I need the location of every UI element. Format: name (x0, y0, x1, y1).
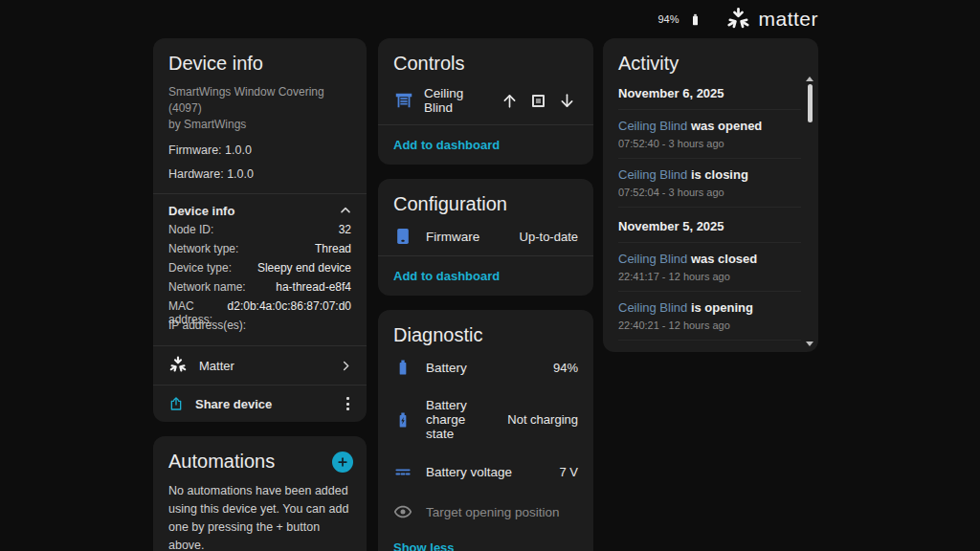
top-status-bar: 94% matter (0, 0, 818, 38)
add-automation-button[interactable] (332, 452, 353, 473)
share-device-label: Share device (195, 397, 331, 411)
overflow-menu-icon[interactable] (343, 395, 353, 412)
configuration-card: Configuration Firmware Up-to-date Add to… (378, 179, 593, 296)
matter-logo-icon (168, 356, 188, 375)
firmware-state: Up-to-date (520, 230, 578, 244)
battery-state: 94% (553, 361, 578, 375)
logbook-entity-link[interactable]: Ceiling Blind (618, 167, 687, 182)
configuration-title: Configuration (378, 179, 593, 215)
diagnostic-title: Diagnostic (378, 310, 593, 346)
automations-card: Automations No automations have been add… (153, 436, 367, 551)
attr-label: Network name: (168, 280, 246, 294)
matter-integration-row[interactable]: Matter (153, 345, 367, 385)
stop-icon (532, 95, 545, 107)
attr-label: Node ID: (168, 223, 213, 236)
attr-value: 32 (339, 223, 351, 236)
cover-close-button[interactable] (556, 90, 578, 112)
logbook-entity-link[interactable]: Ceiling Blind (618, 119, 687, 133)
chevron-right-icon (339, 359, 353, 373)
eye-icon (393, 502, 412, 521)
chevron-up-icon (338, 203, 353, 218)
logbook-timestamp: 07:52:04 - 3 hours ago (618, 187, 801, 198)
battery-voltage-row[interactable]: Battery voltage 7 V (378, 451, 593, 491)
automations-empty-text: No automations have been added using thi… (153, 473, 367, 551)
battery-row[interactable]: Battery 94% (378, 346, 593, 386)
controls-add-to-dashboard-link[interactable]: Add to dashboard (378, 124, 593, 165)
target-opening-position-label: Target opening position (426, 505, 565, 519)
controls-title: Controls (378, 38, 593, 75)
logbook-entity-link[interactable]: Ceiling Blind Battery charge state (618, 349, 771, 352)
device-hardware-version: Hardware: 1.0.0 (153, 157, 367, 181)
battery-icon (393, 358, 412, 377)
attr-row-mac-address: MAC address: d2:0b:4a:0c:86:87:07:d0 (153, 299, 367, 319)
device-firmware-version: Firmware: 1.0.0 (153, 133, 367, 157)
share-icon (168, 396, 184, 411)
firmware-icon (393, 227, 412, 246)
logbook-entry: Ceiling Blind was opened 07:52:40 - 3 ho… (618, 109, 801, 158)
matter-integration-label: Matter (199, 359, 327, 373)
battery-label: Battery (426, 361, 540, 375)
window-shutter-icon (393, 90, 414, 111)
battery-charge-state-value: Not charging (507, 412, 578, 427)
battery-icon (688, 12, 702, 27)
logbook-entry: Ceiling Blind Battery charge state chang… (618, 340, 801, 352)
logbook-entity-link[interactable]: Ceiling Blind (618, 252, 687, 266)
battery-percentage: 94% (657, 13, 679, 25)
logbook-event-text: was closed (691, 252, 757, 266)
attr-value: Sleepy end device (257, 261, 351, 275)
battery-voltage-value: 7 V (559, 465, 578, 479)
attr-row-device-type: Device type: Sleepy end device (153, 261, 367, 280)
logbook-event-text: was opened (691, 119, 762, 133)
matter-logo-icon (725, 7, 751, 33)
cover-entity-name: Ceiling Blind (424, 86, 489, 115)
battery-charging-icon (393, 410, 412, 430)
attr-value: d2:0b:4a:0c:86:87:07:d0 (228, 299, 351, 313)
firmware-row[interactable]: Firmware Up-to-date (378, 215, 593, 255)
left-column: Device info SmartWings Window Covering (… (153, 38, 367, 551)
firmware-label: Firmware (426, 230, 506, 244)
current-dc-icon (393, 462, 412, 481)
logbook-timestamp: 22:40:21 - 12 hours ago (618, 320, 801, 331)
scrollbar-up-arrow-icon[interactable] (806, 77, 813, 81)
target-opening-position-row[interactable]: Target opening position (378, 491, 593, 531)
attr-label: IP address(es): (168, 319, 246, 332)
attr-label: Network type: (168, 242, 238, 255)
device-info-section-label: Device info (168, 204, 234, 218)
logbook-date-header: November 6, 2025 (618, 75, 801, 109)
show-less-link[interactable]: Show less (378, 531, 593, 551)
logbook-timestamp: 07:52:40 - 3 hours ago (618, 138, 801, 149)
attr-row-network-type: Network type: Thread (153, 242, 367, 261)
attr-row-ip-addresses: IP address(es): (153, 319, 367, 338)
attr-row-network-name: Network name: ha-thread-e8f4 (153, 280, 367, 299)
device-manufacturer: by SmartWings (168, 117, 351, 133)
configuration-add-to-dashboard-link[interactable]: Add to dashboard (378, 255, 593, 296)
cover-stop-button[interactable] (530, 93, 546, 109)
logbook-timestamp: 22:41:17 - 12 hours ago (618, 271, 801, 282)
logbook-event-text: is closing (691, 167, 748, 182)
activity-card: Activity November 6, 2025 Ceiling Blind … (603, 38, 818, 352)
activity-scrollbar[interactable] (805, 77, 815, 346)
battery-charge-state-row[interactable]: Battery charge state Not charging (378, 386, 593, 451)
attr-value: Thread (315, 242, 351, 255)
share-device-row[interactable]: Share device (153, 385, 367, 422)
diagnostic-card: Diagnostic Battery 94% Battery charge st… (378, 310, 593, 551)
device-info-title: Device info (153, 38, 367, 75)
device-info-card: Device info SmartWings Window Covering (… (153, 38, 367, 422)
activity-title: Activity (603, 38, 818, 75)
logbook-event-text: is opening (691, 300, 753, 315)
cover-open-button[interactable] (499, 90, 521, 112)
matter-wordmark: matter (758, 8, 818, 31)
logbook-list: November 6, 2025 Ceiling Blind was opene… (603, 75, 818, 352)
logbook-entity-link[interactable]: Ceiling Blind (618, 300, 687, 315)
battery-voltage-label: Battery voltage (426, 465, 546, 479)
battery-charge-state-label: Battery charge state (426, 398, 494, 441)
matter-brand: matter (725, 7, 818, 33)
device-model: SmartWings Window Covering (4097) (168, 84, 351, 117)
logbook-entry: Ceiling Blind is opening 22:40:21 - 12 h… (618, 291, 801, 340)
logbook-date-header: November 5, 2025 (618, 207, 801, 242)
scrollbar-thumb[interactable] (808, 84, 813, 122)
attr-row-node-id: Node ID: 32 (153, 223, 367, 242)
logbook-entry: Ceiling Blind was closed 22:41:17 - 12 h… (618, 242, 801, 291)
device-info-expander[interactable]: Device info (153, 193, 367, 223)
scrollbar-down-arrow-icon[interactable] (806, 342, 813, 346)
